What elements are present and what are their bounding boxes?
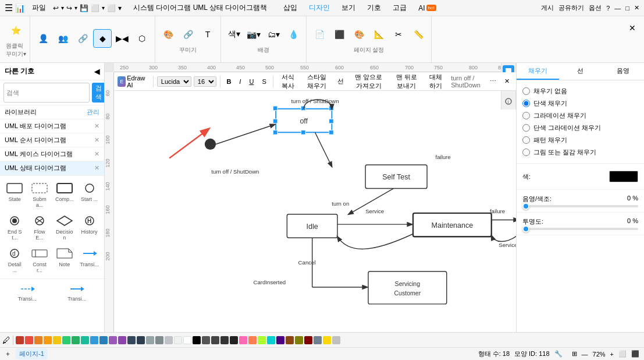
undo-dropdown-icon[interactable]: ▾ [61,5,64,11]
color-swatch-brown[interactable] [286,336,294,344]
shape-state[interactable]: State [3,179,26,210]
fill-radio-gradient[interactable] [522,112,530,119]
color-swatch-purple2[interactable] [118,336,126,344]
color-swatch-silver[interactable] [332,336,340,344]
unit-btn[interactable]: 📏 [409,25,428,44]
info-panel-icon[interactable]: i [503,96,514,107]
menu-item-symbol[interactable]: 기호 [362,2,386,14]
color-swatch-orange[interactable] [34,336,42,344]
start-node[interactable] [205,139,216,150]
shape-tool-4[interactable]: ◆ [93,29,112,48]
zoom-out-btn[interactable]: — [582,351,588,358]
font-size-select[interactable]: 16 [194,76,216,87]
color-swatch-gray2[interactable] [155,336,163,344]
sidebar-item-close[interactable]: ✕ [94,122,99,130]
color-swatch-teal[interactable] [81,336,89,344]
collapse-panel-btn[interactable]: ✕ [623,19,642,37]
shape-start[interactable]: Start ... [78,179,101,210]
color-swatch-darkgray2[interactable] [211,336,219,344]
help-btn[interactable]: ? [606,5,610,12]
shape-tool-5[interactable]: ▶◀ [113,29,131,48]
zoom-level[interactable]: 72% [593,351,606,358]
fill-option-solid-gradient[interactable]: 단색 그라데이션 채우기 [522,122,638,134]
font-family-select[interactable]: Lucida [157,76,191,87]
color-swatch-gray1[interactable] [146,336,154,344]
auto-fit-btn[interactable]: 📄 [310,25,329,44]
toolbar-close-btn[interactable]: ✕ [501,76,513,86]
menu-item-advanced[interactable]: 고급 [388,2,411,14]
bg-photo-btn[interactable]: 📷▾ [244,25,263,44]
format-painter-btn[interactable]: 서식 복사 [276,72,299,91]
color-fill-btn[interactable]: 🎨 [159,25,177,44]
page-break-btn[interactable]: ✂ [389,25,408,44]
search-button[interactable]: 검색 [92,83,105,103]
shape-tool-1[interactable]: 👤 [34,29,52,48]
export-icon[interactable]: ⬜ [91,4,99,12]
add-page-btn[interactable]: ＋ [5,350,11,358]
fill-radio-none[interactable] [522,87,530,95]
shape-flow-e[interactable]: Flow E... [29,212,51,242]
menu-item-file[interactable]: 파일 [27,2,51,14]
color-swatch-lime[interactable] [258,336,266,344]
fill-option-solid[interactable]: 단색 채우기 [522,97,638,110]
italic-btn[interactable]: I [236,77,244,86]
hamburger-icon[interactable]: ☰ [5,2,13,13]
color-swatch[interactable] [609,171,638,182]
color-swatch-coral[interactable] [248,336,257,344]
fill-radio-solid[interactable] [522,100,530,107]
page-style-btn[interactable]: 🎨 [350,25,368,44]
diagram-area[interactable]: turn off / ShutDown off [114,91,516,332]
sidebar-item-uml-sequence[interactable]: UML 순서 다이어그램 ✕ [0,133,104,147]
color-swatch-blue1[interactable] [90,336,98,344]
oneclick-btn[interactable]: ⭐ [7,21,26,40]
color-swatch-darkgray3[interactable] [220,336,229,344]
sidebar-item-close[interactable]: ✕ [94,164,99,172]
opacity-slider-track[interactable] [522,205,638,207]
bold-btn[interactable]: B [223,77,234,86]
menu-item-view[interactable]: 보기 [337,2,360,14]
sidebar-item-uml-case[interactable]: UML 케이스 다이어그램 ✕ [0,147,104,161]
maximize-btn[interactable]: □ [625,5,629,12]
settings-btn[interactable]: 옵션 [589,3,602,12]
library-manage-btn[interactable]: 관리 [87,108,99,117]
shape-end-state[interactable]: End St... [3,212,26,242]
tab-fill[interactable]: 채우기 [517,63,559,80]
replace-btn[interactable]: 대체하기 [425,72,446,91]
color-swatch-navy2[interactable] [137,336,145,344]
sidebar-expand-icon[interactable]: ◀ [94,68,99,76]
redo-icon[interactable]: ↪ [66,4,72,12]
color-swatch-green2[interactable] [72,336,80,344]
color-swatch-yellow1[interactable] [44,336,52,344]
zoom-in-btn[interactable]: + [610,351,614,358]
tab-shadow[interactable]: 음영 [602,63,644,80]
backward-btn[interactable]: 맨 뒤로 보내기 [391,72,422,91]
fill-radio-solid-gradient[interactable] [522,124,530,132]
color-swatch-red2[interactable] [25,336,33,344]
shape-note[interactable]: Note [54,245,76,275]
color-swatch-navy1[interactable] [127,336,136,344]
line-btn[interactable]: 선 [335,76,347,87]
fill-option-image[interactable]: 그림 또는 질감 채우기 [522,146,638,158]
transparency-slider-track[interactable] [522,228,638,230]
color-swatch-maroon[interactable] [304,336,312,344]
menu-item-ai[interactable]: AI hot [414,3,440,13]
underline-btn[interactable]: U [246,77,257,86]
fullscreen-btn[interactable]: ⬜ [618,350,627,358]
shape-decision[interactable]: Decision [54,212,76,242]
color-swatch-gold[interactable] [323,336,331,344]
bg-color-btn[interactable]: 색▾ [225,25,243,44]
header-footer-btn[interactable]: 🗂▾ [264,25,283,44]
canvas-white-area[interactable]: E Edraw AI Lucida 16 B I U S 서식 복사 스타일 채… [114,72,516,332]
watermark-btn[interactable]: 💧 [284,25,303,44]
color-swatch-cyan[interactable] [267,336,275,344]
fill-radio-pattern[interactable] [522,136,530,144]
search-input[interactable] [3,83,90,103]
node-servicingcustomer[interactable] [368,271,447,304]
color-bar-icon[interactable]: 🖊 [2,336,10,345]
align-btn[interactable]: ⬛ [330,25,348,44]
color-swatch-lightgray[interactable] [165,336,173,344]
shape-tool-6[interactable]: ⬡ [133,29,151,48]
shape-detail[interactable]: d Detail ... [3,245,26,275]
forward-btn[interactable]: 맨 앞으로 가져오기 [349,72,389,91]
publish-btn[interactable]: 게시 [541,3,554,12]
